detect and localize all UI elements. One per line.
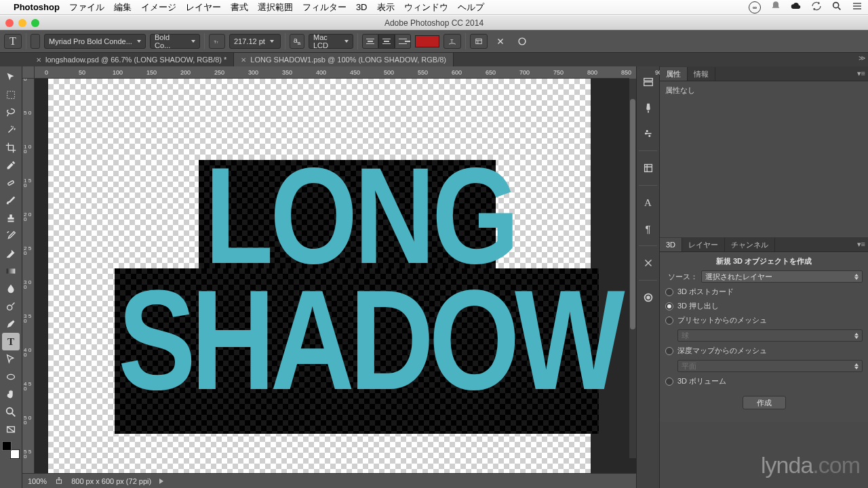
vertical-scrollbar[interactable] <box>629 79 636 458</box>
tab-properties[interactable]: 属性 <box>660 67 688 81</box>
tab-info[interactable]: 情報 <box>688 67 715 81</box>
eraser-tool-icon[interactable] <box>2 245 20 262</box>
3d-depth-select[interactable]: 平面 <box>677 360 863 372</box>
libraries-panel-icon[interactable] <box>639 289 657 306</box>
3d-preset-select[interactable]: 球 <box>677 329 863 342</box>
close-tab-icon[interactable]: ✕ <box>36 56 41 64</box>
warp-text-icon[interactable]: T <box>443 34 461 49</box>
commit-icon[interactable] <box>513 34 531 49</box>
heal-tool-icon[interactable] <box>2 174 20 192</box>
text-color-swatch[interactable] <box>415 35 439 47</box>
pen-tool-icon[interactable] <box>2 315 20 333</box>
status-docinfo[interactable]: 800 px x 600 px (72 ppi) <box>71 477 151 485</box>
menu-help[interactable]: ヘルプ <box>458 1 484 14</box>
ruler-horizontal[interactable]: 0501001502002503003504004505005506006507… <box>35 66 629 79</box>
styles-panel-icon[interactable] <box>639 159 657 177</box>
menu-file[interactable]: ファイル <box>69 1 104 14</box>
font-style-select[interactable]: Bold Co... <box>150 34 200 49</box>
close-tab-icon[interactable]: ✕ <box>241 56 246 64</box>
menu-image[interactable]: イメージ <box>141 1 176 14</box>
zoom-tool-icon[interactable] <box>2 403 20 421</box>
menu-type[interactable]: 書式 <box>231 1 248 14</box>
radio-preset[interactable] <box>665 317 673 325</box>
font-family-select[interactable]: Myriad Pro Bold Conde... <box>44 34 146 49</box>
menu-window[interactable]: ウィンドウ <box>404 1 448 14</box>
traffic-max[interactable] <box>31 19 39 27</box>
menu-view[interactable]: 表示 <box>377 1 395 14</box>
canvas[interactable]: LONG SHADOW <box>48 79 591 473</box>
menu-edit[interactable]: 編集 <box>114 1 132 14</box>
antialias-select[interactable]: Mac LCD <box>309 34 353 49</box>
adjust-panel-icon[interactable] <box>639 125 657 142</box>
traffic-close[interactable] <box>5 19 14 27</box>
3d-create-button[interactable]: 作成 <box>743 396 786 409</box>
traffic-min[interactable] <box>18 19 26 27</box>
menu-layer[interactable]: レイヤー <box>186 1 221 14</box>
spotlight-icon[interactable] <box>831 1 842 14</box>
watermark: lynda.com <box>761 452 860 479</box>
type-tool-icon[interactable]: T <box>2 333 20 350</box>
history-panel-icon[interactable] <box>639 73 657 91</box>
canvas-text-line-2[interactable]: SHADOW <box>118 269 620 411</box>
notification-icon[interactable] <box>770 1 781 14</box>
app-name[interactable]: Photoshop <box>14 2 60 12</box>
share-icon[interactable] <box>55 476 63 486</box>
3d-source-select[interactable]: 選択されたレイヤー <box>701 270 863 283</box>
align-center-button[interactable] <box>378 34 395 49</box>
blur-tool-icon[interactable] <box>2 280 20 298</box>
tabs-overflow-icon[interactable]: ≫ <box>859 54 865 62</box>
move-tool-icon[interactable] <box>2 68 20 86</box>
char-panel-icon[interactable]: A <box>639 194 657 211</box>
fg-bg-colors[interactable] <box>2 441 20 459</box>
crop-tool-icon[interactable] <box>2 139 20 157</box>
sync-icon[interactable] <box>811 1 822 14</box>
ruler-vertical[interactable]: 05 01 0 01 5 02 0 02 5 03 0 03 5 04 0 04… <box>22 79 35 473</box>
align-left-button[interactable] <box>362 34 378 49</box>
menu-select[interactable]: 選択範囲 <box>258 1 293 14</box>
stamp-tool-icon[interactable] <box>2 209 20 227</box>
document-tab-0[interactable]: ✕longshadow.psd @ 66.7% (LONG SHADOW, RG… <box>29 53 234 66</box>
align-right-button[interactable] <box>395 34 411 49</box>
screenmode-tool-icon[interactable] <box>2 421 20 439</box>
history-brush-tool-icon[interactable] <box>2 227 20 245</box>
panels-toggle-icon[interactable] <box>470 34 488 49</box>
status-zoom[interactable]: 100% <box>28 477 47 485</box>
type-tool-icon[interactable]: T <box>4 34 22 49</box>
hand-tool-icon[interactable] <box>2 386 20 403</box>
cancel-icon[interactable] <box>492 34 509 49</box>
canvas-stage[interactable]: LONG SHADOW <box>35 79 636 473</box>
tab-layers[interactable]: レイヤー <box>682 238 725 251</box>
tab-channels[interactable]: チャンネル <box>725 238 775 251</box>
document-tab-label: LONG SHADOW1.psb @ 100% (LONG SHADOW, RG… <box>250 56 446 64</box>
panel-menu-icon[interactable]: ▾≡ <box>857 69 865 78</box>
gradient-tool-icon[interactable] <box>2 262 20 280</box>
path-tool-icon[interactable] <box>2 350 20 368</box>
ruler-corner[interactable] <box>22 66 35 79</box>
marquee-tool-icon[interactable] <box>2 86 20 104</box>
para-panel-icon[interactable]: ¶ <box>639 220 657 237</box>
status-menu-icon[interactable] <box>159 479 163 484</box>
shape-tool-icon[interactable] <box>2 368 20 386</box>
eyedropper-tool-icon[interactable] <box>2 157 20 174</box>
radio-extrude[interactable] <box>665 302 673 310</box>
radio-depth[interactable] <box>665 347 673 355</box>
radio-postcard[interactable] <box>665 288 673 296</box>
document-tab-1[interactable]: ✕LONG SHADOW1.psb @ 100% (LONG SHADOW, R… <box>234 53 454 66</box>
menu-filter[interactable]: フィルター <box>302 1 347 14</box>
font-size-input[interactable]: 217.12 pt <box>229 34 281 49</box>
brush-tool-icon[interactable] <box>2 192 20 209</box>
lasso-tool-icon[interactable] <box>2 104 20 121</box>
list-icon[interactable] <box>852 1 863 14</box>
wand-tool-icon[interactable] <box>2 121 20 139</box>
radio-volume[interactable] <box>665 378 673 386</box>
orientation-toggle-icon[interactable] <box>31 34 40 49</box>
menu-3d[interactable]: 3D <box>356 2 368 12</box>
panel-menu-icon[interactable]: ▾≡ <box>857 240 865 249</box>
dodge-tool-icon[interactable] <box>2 298 20 315</box>
cloud-icon[interactable] <box>791 1 802 14</box>
svg-point-13 <box>7 374 15 379</box>
tab-3d[interactable]: 3D <box>660 238 682 251</box>
brush-panel-icon[interactable] <box>639 99 657 117</box>
tools-panel-icon[interactable] <box>639 254 657 272</box>
creative-cloud-icon[interactable]: ∞ <box>749 1 761 14</box>
